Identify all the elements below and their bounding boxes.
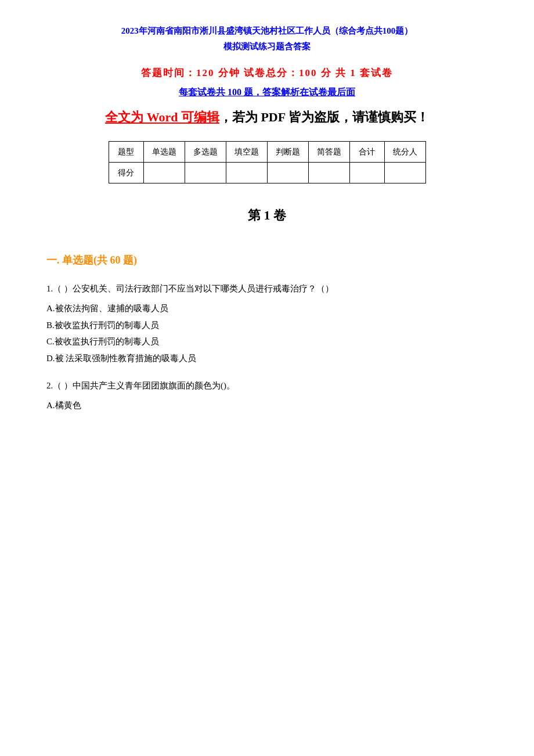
table-header-row: 题型 单选题 多选题 填空题 判断题 简答题 合计 统分人	[109, 142, 425, 163]
option-2a: A.橘黄色	[46, 397, 488, 414]
question-2-text: 2.（ ）中国共产主义青年团团旗旗面的颜色为()。	[46, 378, 488, 394]
score-scorer	[384, 163, 425, 183]
col-judge: 判断题	[267, 142, 308, 163]
col-fill: 填空题	[226, 142, 267, 163]
score-total	[349, 163, 384, 183]
question-2: 2.（ ）中国共产主义青年团团旗旗面的颜色为()。 A.橘黄色	[46, 378, 488, 414]
score-fill	[226, 163, 267, 183]
score-multi	[185, 163, 226, 183]
col-type: 题型	[109, 142, 143, 163]
section-title: 一. 单选题(共 60 题)	[46, 253, 488, 267]
question-1-options: A.被依法拘留、逮捕的吸毒人员 B.被收监执行刑罚的制毒人员 C.被收监执行刑罚…	[46, 300, 488, 366]
pdf-warning-label: ，若为 PDF 皆为盗版，请谨慎购买！	[219, 110, 429, 124]
col-multi: 多选题	[185, 142, 226, 163]
page-title: 2023年河南省南阳市淅川县盛湾镇天池村社区工作人员（综合考点共100题） 模拟…	[46, 23, 488, 55]
score-table: 题型 单选题 多选题 填空题 判断题 简答题 合计 统分人 得分	[109, 141, 426, 183]
score-single	[143, 163, 185, 183]
col-scorer: 统分人	[384, 142, 425, 163]
notice-blue: 每套试卷共 100 题，答案解析在试卷最后面	[46, 87, 488, 99]
option-1a: A.被依法拘留、逮捕的吸毒人员	[46, 300, 488, 317]
score-table-wrapper: 题型 单选题 多选题 填空题 判断题 简答题 合计 统分人 得分	[46, 141, 488, 183]
question-1: 1.（ ）公安机关、司法行政部门不应当对以下哪类人员进行戒毒治疗？（） A.被依…	[46, 281, 488, 366]
col-total: 合计	[349, 142, 384, 163]
option-1d: D.被 法采取强制性教育措施的吸毒人员	[46, 350, 488, 367]
question-2-options: A.橘黄色	[46, 397, 488, 414]
row-score-label: 得分	[109, 163, 143, 183]
col-short: 简答题	[308, 142, 349, 163]
question-1-text: 1.（ ）公安机关、司法行政部门不应当对以下哪类人员进行戒毒治疗？（）	[46, 281, 488, 297]
option-1b: B.被收监执行刑罚的制毒人员	[46, 317, 488, 334]
exam-info: 答题时间：120 分钟 试卷总分：100 分 共 1 套试卷	[46, 66, 488, 80]
col-single: 单选题	[143, 142, 185, 163]
table-score-row: 得分	[109, 163, 425, 183]
word-edit-label: 全文为 Word 可编辑	[105, 110, 219, 124]
score-short	[308, 163, 349, 183]
option-1c: C.被收监执行刑罚的制毒人员	[46, 333, 488, 350]
score-judge	[267, 163, 308, 183]
notice-red: 全文为 Word 可编辑，若为 PDF 皆为盗版，请谨慎购买！	[46, 107, 488, 127]
volume-title: 第 1 卷	[46, 207, 488, 224]
